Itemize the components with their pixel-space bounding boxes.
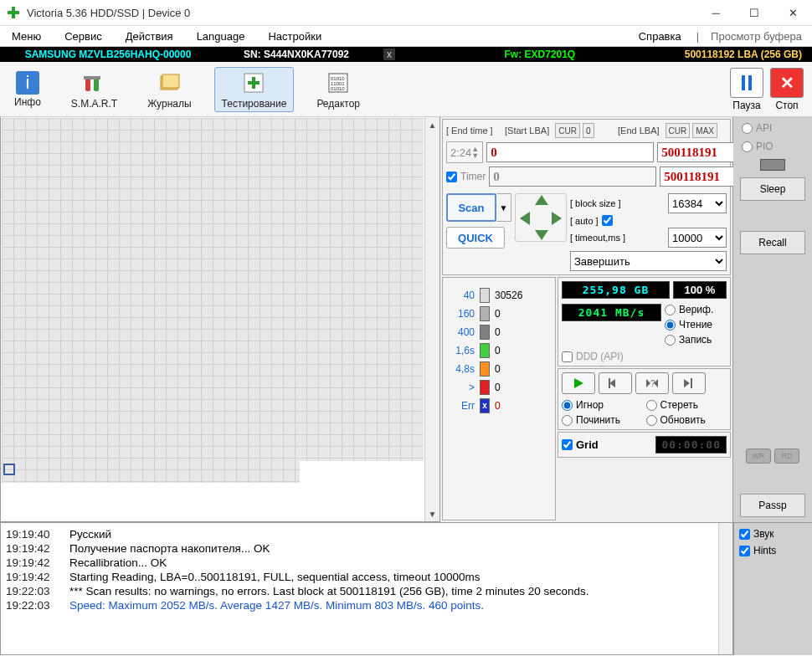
scroll-down-icon[interactable]: ▼ [425,506,439,521]
svg-text:01010: 01010 [331,86,345,91]
log-side: Звук Hints [733,523,812,655]
log-message: Русский [69,528,111,541]
nav-arrows[interactable] [515,193,567,242]
startlba-input[interactable] [486,142,654,162]
verify-radio[interactable] [665,305,676,315]
log-line: 19:22:03*** Scan results: no warnings, n… [6,585,727,597]
api-label: API [756,122,772,134]
passp-button[interactable]: Passp [740,494,805,517]
log-line: 19:19:42Recallibration... OK [6,556,727,569]
arrow-down-icon[interactable] [535,230,548,240]
map-scrollbar[interactable]: ▲ ▼ [424,117,439,521]
action-select[interactable]: Завершить [570,251,727,271]
scan-dropdown-button[interactable]: ▼ [496,193,511,222]
prev-button[interactable] [599,372,632,394]
startlba-cur-button[interactable]: CUR [555,123,580,138]
block-row: 4,8s 0 [448,361,550,377]
erase-radio[interactable] [646,400,657,411]
tab-journals[interactable]: Журналы [140,67,198,112]
endlba-cur-button[interactable]: CUR [666,123,691,138]
ddd-checkbox[interactable] [562,351,573,362]
block-row: 40 30526 [448,288,550,303]
log-scrollbar[interactable] [718,523,732,654]
block-color-icon [480,325,490,340]
maximize-button[interactable]: ☐ [735,0,773,25]
random-button[interactable]: ? [635,372,669,394]
next-button[interactable] [672,372,706,394]
block-threshold: 4,8s [448,363,475,375]
arrow-left-icon[interactable] [520,212,530,225]
statusbar-close[interactable]: x [383,49,395,60]
quick-button[interactable]: QUICK [446,227,505,249]
endlba-header: [End LBA] CUR MAX [618,123,727,138]
stop-button[interactable]: ✕ [770,68,804,98]
svg-rect-11 [742,75,745,90]
pause-button[interactable] [730,68,763,98]
ignore-radio[interactable] [562,400,573,411]
log-timestamp: 19:19:42 [6,542,58,555]
sleep-button[interactable]: Sleep [740,177,805,201]
play-button[interactable] [562,372,595,394]
api-radio[interactable] [742,123,753,134]
close-button[interactable]: ✕ [773,0,812,25]
menu-service[interactable]: Сервис [53,30,114,43]
arrow-up-icon[interactable] [535,195,548,205]
scan-button[interactable]: Scan [446,193,496,222]
block-threshold: > [448,382,475,393]
menu-menu[interactable]: Меню [0,30,53,43]
auto-checkbox[interactable] [602,215,613,226]
block-threshold: 160 [448,308,475,320]
menu-actions[interactable]: Действия [114,30,185,43]
endlba-max-button[interactable]: MAX [692,123,717,138]
speed-display: 2041 MB/s [562,304,661,321]
block-legend: 40 30526160 0400 01,6s 04,8s 0> 0Err x 0 [442,277,556,520]
tab-editor[interactable]: 010101100101010 Редактор [309,67,367,112]
block-count: 0 [495,308,501,320]
block-threshold: 1,6s [448,345,475,356]
block-threshold: 40 [448,290,475,301]
startlba-zero-button[interactable]: 0 [583,123,594,138]
tab-info[interactable]: i Инфо [7,69,49,110]
endtime-value: 2:24▲▼ [446,141,483,163]
menu-buffer-view[interactable]: Просмотр буфера [707,30,812,43]
write-radio[interactable] [665,335,676,346]
menu-help[interactable]: Справка [627,30,693,43]
timeout-select[interactable]: 10000 [668,228,727,248]
log-panel[interactable]: 19:19:40Русский19:19:42Получение паспорт… [0,523,733,655]
tab-smart[interactable]: S.M.A.R.T [64,67,125,112]
block-color-icon [480,343,490,358]
toolbar: i Инфо S.M.A.R.T Журналы Тестирование 01… [0,62,812,117]
window-title: Victoria 5.36 HDD/SSD | Device 0 [27,7,696,19]
pio-radio[interactable] [742,141,753,152]
sound-checkbox[interactable] [739,529,750,540]
surface-map[interactable] [2,118,424,520]
grid-checkbox[interactable] [562,439,573,450]
block-count: 0 [495,363,501,375]
hints-checkbox[interactable] [739,546,750,556]
tab-testing[interactable]: Тестирование [214,67,295,112]
log-message: Speed: Maximum 2052 MB/s. Average 1427 M… [69,599,484,612]
timeout-header: [ timeout,ms ] [570,233,625,243]
info-icon: i [16,71,39,95]
timer-ro-input [489,167,656,187]
block-row: 400 0 [448,325,550,340]
refresh-radio[interactable] [646,415,657,426]
scroll-up-icon[interactable]: ▲ [425,117,439,132]
recall-button[interactable]: Recall [740,231,805,254]
timer-label: Timer [460,171,486,182]
log-message: Recallibration... OK [69,556,167,569]
arrow-right-icon[interactable] [552,212,562,225]
block-row: > 0 [448,380,550,395]
sound-label: Звук [753,528,774,540]
log-timestamp: 19:22:03 [6,599,58,612]
rd-chip: RD [774,448,799,464]
read-radio[interactable] [665,320,676,331]
menu-settings[interactable]: Настройки [256,30,333,43]
write-label: Запись [679,334,712,346]
blocksize-select[interactable]: 16384 [668,193,727,213]
minimize-button[interactable]: ─ [696,0,735,25]
log-timestamp: 19:19:42 [6,556,58,569]
repair-radio[interactable] [562,415,573,426]
menu-language[interactable]: Language [185,30,257,43]
timer-checkbox[interactable] [446,172,457,182]
